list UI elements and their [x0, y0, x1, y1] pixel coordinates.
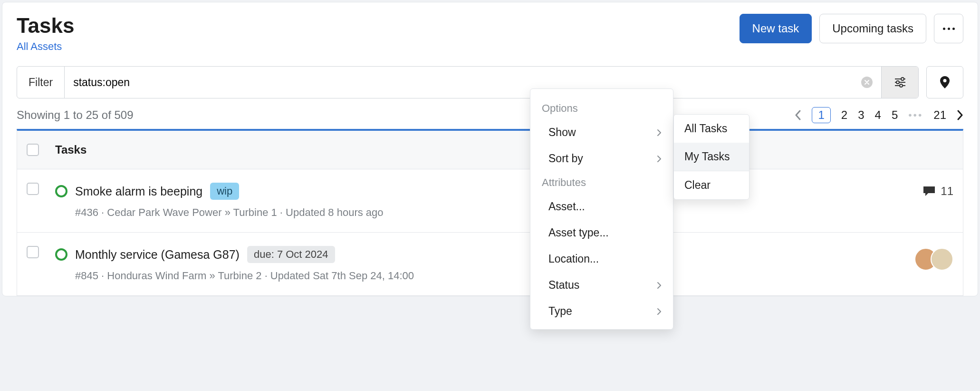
select-all-checkbox[interactable] [27, 144, 39, 156]
task-row[interactable]: Monthly service (Gamesa G87) due: 7 Oct … [17, 233, 963, 296]
tasks-card: Tasks All Assets New task Upcoming tasks… [2, 2, 978, 296]
filter-group: Filter [17, 66, 919, 98]
svg-point-1 [901, 78, 904, 80]
svg-point-3 [896, 81, 899, 84]
filter-input-wrap [65, 67, 881, 98]
page-prev[interactable] [795, 110, 801, 120]
task-tag-due: due: 7 Oct 2024 [247, 246, 335, 263]
task-title[interactable]: Smoke alarm is beeping [75, 185, 202, 198]
page-1[interactable]: 1 [812, 107, 830, 123]
pagination: 1 2 3 4 5 ••• 21 [795, 107, 963, 123]
menu-item-label: Status [548, 279, 579, 292]
page-last[interactable]: 21 [933, 108, 946, 122]
task-meta: #845 · Honduras Wind Farm » Turbine 2 · … [75, 270, 898, 282]
page-3[interactable]: 3 [858, 108, 864, 122]
map-pin-icon [940, 76, 950, 88]
showing-text: Showing 1 to 25 of 509 [17, 108, 134, 122]
status-row: Showing 1 to 25 of 509 1 2 3 4 5 ••• 21 [17, 107, 963, 129]
menu-item-location[interactable]: Location... [530, 246, 673, 272]
menu-item-label: Asset... [548, 200, 585, 213]
show-submenu: All Tasks My Tasks Clear [673, 114, 749, 200]
status-open-icon [55, 248, 67, 261]
new-task-button[interactable]: New task [740, 14, 812, 43]
task-meta: #436 · Cedar Park Wave Power » Turbine 1… [75, 206, 906, 219]
chevron-right-icon [657, 129, 662, 137]
filter-input[interactable] [73, 67, 861, 98]
upcoming-tasks-button[interactable]: Upcoming tasks [819, 14, 926, 43]
filter-row: Filter [17, 66, 963, 98]
menu-section-attributes: Attributes [530, 172, 673, 194]
menu-item-asset-type[interactable]: Asset type... [530, 220, 673, 246]
task-tag-wip: wip [210, 183, 239, 200]
task-checkbox[interactable] [27, 183, 39, 195]
title-block: Tasks All Assets [17, 14, 75, 53]
submenu-my-tasks[interactable]: My Tasks [674, 143, 749, 171]
status-open-icon [55, 185, 67, 197]
task-checkbox[interactable] [27, 246, 39, 258]
task-main: Monthly service (Gamesa G87) due: 7 Oct … [55, 246, 898, 282]
task-row[interactable]: Smoke alarm is beeping wip #436 · Cedar … [17, 169, 963, 233]
header-actions: New task Upcoming tasks [740, 14, 963, 43]
filter-label: Filter [17, 67, 65, 98]
chevron-right-icon [957, 110, 963, 120]
menu-item-show[interactable]: Show [530, 119, 673, 146]
page-4[interactable]: 4 [875, 108, 881, 122]
more-icon [943, 28, 955, 30]
task-right [914, 248, 953, 271]
comment-icon [922, 186, 936, 197]
filter-options-button[interactable] [881, 67, 918, 98]
chevron-right-icon [657, 155, 662, 163]
menu-item-label: Location... [548, 253, 599, 265]
header-row: Tasks All Assets New task Upcoming tasks [17, 14, 963, 53]
menu-item-label: Asset type... [548, 226, 609, 239]
filter-options-menu: Options Show Sort by Attributes Asset...… [530, 88, 673, 298]
task-right: 11 [922, 185, 953, 198]
breadcrumb-all-assets[interactable]: All Assets [17, 40, 75, 53]
clear-filter-button[interactable] [861, 77, 873, 88]
x-icon [865, 80, 869, 85]
submenu-clear[interactable]: Clear [674, 171, 749, 199]
page-5[interactable]: 5 [892, 108, 898, 122]
menu-section-options: Options [530, 98, 673, 119]
column-tasks: Tasks [55, 143, 86, 156]
more-actions-button[interactable] [934, 14, 963, 43]
menu-item-sort-by[interactable]: Sort by [530, 146, 673, 172]
page-title: Tasks [17, 14, 75, 38]
page-next[interactable] [957, 110, 963, 120]
comment-count: 11 [941, 185, 953, 198]
menu-item-label: Show [548, 126, 576, 139]
svg-point-6 [943, 79, 947, 82]
menu-item-status[interactable]: Status [530, 272, 673, 298]
chevron-right-icon [657, 282, 662, 289]
svg-point-5 [900, 84, 903, 87]
task-title-line: Monthly service (Gamesa G87) due: 7 Oct … [55, 246, 898, 263]
task-title-line: Smoke alarm is beeping wip [55, 183, 906, 200]
sliders-icon [894, 77, 906, 88]
menu-item-asset[interactable]: Asset... [530, 194, 673, 220]
chevron-left-icon [795, 110, 801, 120]
avatar [931, 248, 953, 271]
submenu-all-tasks[interactable]: All Tasks [674, 115, 749, 143]
menu-item-label: Sort by [548, 152, 583, 165]
task-main: Smoke alarm is beeping wip #436 · Cedar … [55, 183, 906, 219]
assignee-avatars[interactable] [914, 248, 953, 271]
page-2[interactable]: 2 [841, 108, 847, 122]
task-title[interactable]: Monthly service (Gamesa G87) [75, 248, 240, 262]
page-ellipsis: ••• [908, 109, 923, 121]
map-pin-button[interactable] [926, 66, 963, 98]
table-header: Tasks [17, 129, 963, 169]
